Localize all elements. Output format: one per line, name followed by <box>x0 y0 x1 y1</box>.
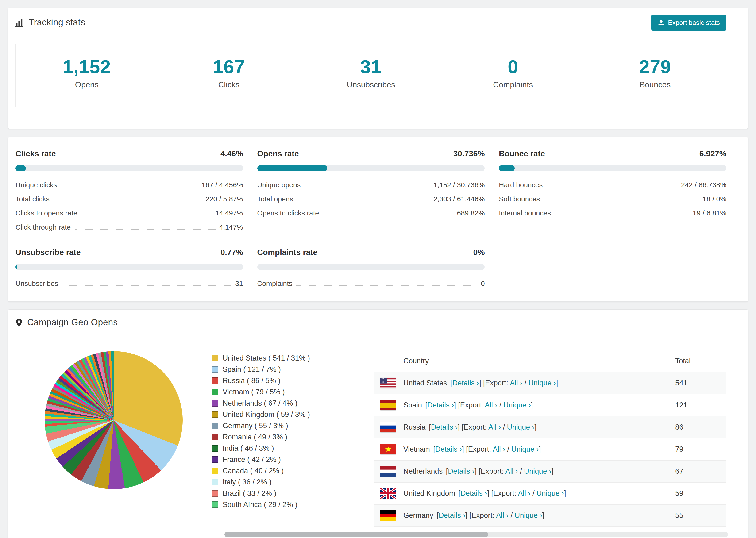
export-all-link[interactable]: All › <box>505 467 518 475</box>
bracket: [ <box>437 511 439 519</box>
export-unique-link[interactable]: Unique › <box>503 401 531 409</box>
details-link[interactable]: Details › <box>427 401 454 409</box>
map-pin-icon <box>16 318 23 327</box>
country-total: 86 <box>675 423 720 431</box>
rate-metric-row: Complaints 0 <box>257 279 485 287</box>
metric-value: 220 / 5.87% <box>205 195 243 203</box>
legend-label: Russia ( 86 / 5% ) <box>223 377 280 385</box>
export-button-label: Export basic stats <box>668 19 720 26</box>
legend-swatch <box>212 400 218 406</box>
export-all-link[interactable]: All › <box>510 379 522 387</box>
metric-label: Internal bounces <box>499 209 551 217</box>
details-link[interactable]: Details › <box>439 511 465 519</box>
export-all-link[interactable]: All › <box>518 489 530 497</box>
legend-label: Vietnam ( 79 / 5% ) <box>223 388 285 396</box>
bracket: [ <box>433 445 435 453</box>
rate-metric-row: Unique clicks 167 / 4.456% <box>16 181 243 189</box>
stat-box-complaints: 0 Complaints <box>442 44 584 107</box>
legend-swatch <box>212 377 218 384</box>
export-all-link[interactable]: All › <box>496 511 509 519</box>
legend-item-united-states: United States ( 541 / 31% ) <box>212 354 374 362</box>
geo-row-united-states: United States [Details ›] [Export: All ›… <box>374 372 727 394</box>
export-all-link[interactable]: All › <box>493 445 505 453</box>
stat-value: 1,152 <box>16 56 158 78</box>
stat-box-clicks: 167 Clicks <box>158 44 300 107</box>
stat-value: 279 <box>584 56 726 78</box>
flag-spain <box>380 400 396 410</box>
bracket: ] <box>556 379 558 387</box>
legend-swatch <box>212 434 218 440</box>
legend-swatch <box>212 389 218 395</box>
bracket: ] <box>531 401 533 409</box>
rate-progress-bar <box>499 165 727 171</box>
export-unique-link[interactable]: Unique › <box>524 467 552 475</box>
opens-rate-panel: Opens rate 30.736% Unique opens 1,152 / … <box>257 149 485 231</box>
horizontal-scrollbar-track[interactable] <box>225 532 728 537</box>
country-column-header: Country <box>404 357 675 365</box>
export-unique-link[interactable]: Unique › <box>514 511 542 519</box>
rate-value: 30.736% <box>453 149 485 159</box>
stat-label: Unsubscribes <box>300 80 442 90</box>
export-all-link[interactable]: All › <box>488 423 501 431</box>
export-all-link[interactable]: All › <box>485 401 497 409</box>
export-unique-link[interactable]: Unique › <box>507 423 534 431</box>
bracket: ] [ <box>487 489 493 497</box>
details-link[interactable]: Details › <box>448 467 475 475</box>
metric-label: Total opens <box>257 195 293 203</box>
pie-legend: United States ( 541 / 31% ) Spain ( 121 … <box>212 344 374 527</box>
flag-netherlands <box>380 466 396 476</box>
geo-row-spain: Spain [Details ›] [Export: All › / Uniqu… <box>374 394 727 416</box>
metric-value: 242 / 86.738% <box>681 181 727 189</box>
legend-label: Germany ( 55 / 3% ) <box>223 422 288 430</box>
bracket: [ <box>425 401 427 409</box>
geo-opens-pie-chart <box>45 351 183 489</box>
legend-swatch <box>212 366 218 373</box>
export-prefix: Export: <box>493 489 518 497</box>
country-links: [Details ›] [Export: All › / Unique ›] <box>429 423 536 431</box>
legend-swatch <box>212 479 218 485</box>
rate-progress-bar <box>16 165 243 171</box>
legend-label: Netherlands ( 67 / 4% ) <box>223 399 297 407</box>
legend-label: Canada ( 40 / 2% ) <box>223 467 284 475</box>
legend-swatch <box>212 456 218 463</box>
horizontal-scrollbar-thumb[interactable] <box>225 532 488 537</box>
bracket: ] <box>552 467 554 475</box>
geo-table-body: United States [Details ›] [Export: All ›… <box>374 372 727 527</box>
rate-metric-row: Opens to clicks rate 689.82% <box>257 209 485 217</box>
rate-value: 0% <box>473 248 485 257</box>
legend-swatch <box>212 501 218 508</box>
export-unique-link[interactable]: Unique › <box>512 445 539 453</box>
unsubscribe-rate-panel: Unsubscribe rate 0.77% Unsubscribes 31 <box>16 248 243 287</box>
rate-value: 0.77% <box>220 248 243 257</box>
country-links: [Details ›] [Export: All › / Unique ›] <box>433 445 541 454</box>
legend-label: South Africa ( 29 / 2% ) <box>223 501 297 509</box>
metric-value: 4.147% <box>219 223 243 231</box>
country-name: United States <box>404 379 447 387</box>
rate-title: Clicks rate <box>16 149 56 159</box>
separator: / <box>509 511 514 519</box>
bracket: ] [ <box>462 445 468 453</box>
dotted-leader <box>62 286 232 286</box>
tracking-stats-card: Tracking stats Export basic stats 1,152 … <box>8 8 748 129</box>
export-unique-link[interactable]: Unique › <box>536 489 564 497</box>
dotted-leader <box>53 201 202 201</box>
metric-label: Unsubscribes <box>16 279 58 287</box>
legend-swatch <box>212 411 218 418</box>
details-link[interactable]: Details › <box>431 423 458 431</box>
export-unique-link[interactable]: Unique › <box>528 379 556 387</box>
rate-progress-fill <box>257 165 327 171</box>
details-link[interactable]: Details › <box>435 445 462 453</box>
country-name: Germany <box>404 511 433 520</box>
export-icon <box>658 19 664 26</box>
details-link[interactable]: Details › <box>460 489 487 497</box>
metric-value: 167 / 4.456% <box>202 181 243 189</box>
country-total: 121 <box>675 401 720 409</box>
country-total: 67 <box>675 467 720 476</box>
legend-swatch <box>212 467 218 474</box>
export-basic-stats-button[interactable]: Export basic stats <box>651 15 727 30</box>
legend-label: Spain ( 121 / 7% ) <box>223 365 281 374</box>
details-link[interactable]: Details › <box>453 379 479 387</box>
stats-summary-row: 1,152 Opens 167 Clicks 31 Unsubscribes 0… <box>16 44 727 107</box>
bracket: ] [ <box>454 401 460 409</box>
complaints-rate-panel: Complaints rate 0% Complaints 0 <box>257 248 485 287</box>
